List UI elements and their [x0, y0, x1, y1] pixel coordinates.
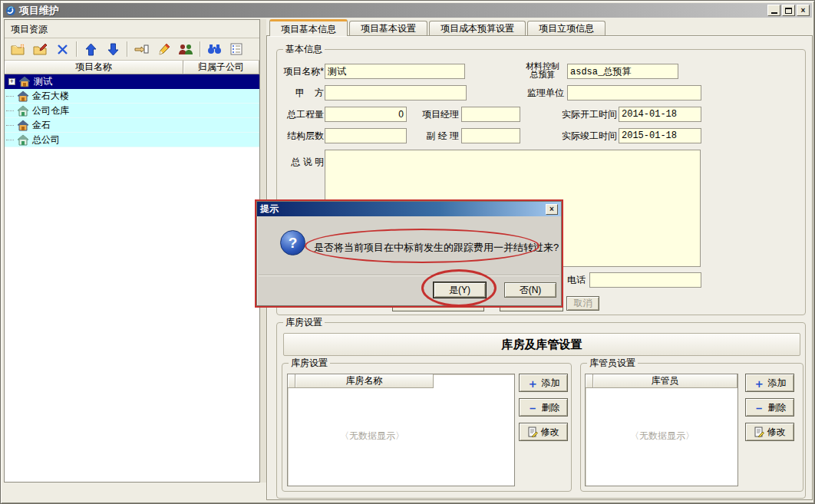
- house-green-icon: [17, 105, 29, 117]
- close-button[interactable]: ×: [797, 5, 810, 16]
- actual-end-input[interactable]: [619, 128, 701, 143]
- toolbar-separator: [127, 41, 127, 57]
- tree-row[interactable]: 金石: [5, 118, 259, 133]
- list-header: 库管员: [586, 374, 737, 388]
- list-header-stub: [586, 374, 593, 388]
- keeper-modify-button[interactable]: 修改: [745, 423, 794, 441]
- yes-button[interactable]: 是(Y): [434, 282, 486, 298]
- tree-row[interactable]: 公司仓库: [5, 104, 259, 118]
- list-header-stub: [288, 374, 295, 388]
- project-name-label: 项目名称*: [282, 64, 324, 79]
- warehouse-modify-button[interactable]: 修改: [519, 423, 568, 441]
- house-orange-icon: [17, 120, 29, 131]
- cancel-button[interactable]: 取消: [566, 296, 599, 311]
- actual-end-label: 实际竣工时间: [556, 128, 617, 143]
- phone-input[interactable]: [589, 272, 701, 288]
- minus-icon: －: [754, 402, 765, 413]
- minimize-button[interactable]: [767, 5, 780, 16]
- warehouse-remove-button[interactable]: －删除: [519, 398, 568, 417]
- dialog-close-icon[interactable]: ×: [546, 204, 558, 215]
- project-tree: + 测试 金石大楼 公司仓库: [5, 74, 259, 147]
- warehouse-list[interactable]: 库房名称 〈无数据显示〉: [287, 374, 515, 486]
- tree-line-stub: [6, 125, 14, 126]
- actual-start-label: 实际开工时间: [556, 107, 617, 122]
- keeper-list[interactable]: 库管员 〈无数据显示〉: [585, 374, 738, 486]
- supervisor-input[interactable]: [567, 85, 701, 100]
- tree-item-label: 总公司: [32, 133, 60, 147]
- tab-project-basic-info[interactable]: 项目基本信息: [269, 19, 348, 36]
- panel-caption: 项目资源: [5, 20, 259, 38]
- tree-item-label: 金石大楼: [32, 90, 69, 103]
- project-manager-input[interactable]: [461, 107, 520, 122]
- tree-toolbar: [5, 38, 259, 61]
- deputy-manager-label: 副 经 理: [419, 128, 459, 143]
- tree-row[interactable]: 金石大楼: [5, 89, 259, 104]
- keeper-add-button[interactable]: ＋添加: [745, 374, 794, 392]
- tree-line-stub: [6, 110, 14, 111]
- warehouse-add-button[interactable]: ＋添加: [519, 374, 568, 392]
- edit-doc-icon: [754, 427, 764, 437]
- warehouse-groupbox: 库房设置 库房及库管设置 库房设置 库房名称 〈无数据显示〉 ＋添加: [276, 322, 806, 499]
- supervisor-label: 监理单位: [521, 85, 564, 100]
- column-header-company[interactable]: 归属子公司: [183, 61, 259, 74]
- delete-icon[interactable]: [54, 41, 71, 58]
- material-budget-input[interactable]: [567, 64, 678, 79]
- move-up-icon[interactable]: [82, 41, 99, 58]
- total-quantity-input[interactable]: [325, 107, 407, 122]
- expand-icon[interactable]: +: [8, 78, 15, 85]
- structure-layers-input[interactable]: [325, 128, 407, 143]
- users-icon[interactable]: [177, 41, 194, 58]
- total-quantity-label: 总工程量: [282, 107, 324, 122]
- toolbar-separator: [76, 41, 77, 57]
- titlebar[interactable]: 项目维护 ×: [3, 3, 812, 18]
- new-folder-icon[interactable]: [9, 41, 26, 58]
- tree-item-label: 公司仓库: [32, 104, 69, 117]
- keeper-remove-button[interactable]: －删除: [745, 398, 794, 417]
- groupbox-legend: 基本信息: [283, 44, 325, 54]
- find-binoculars-icon[interactable]: [206, 41, 223, 58]
- app-icon: [5, 5, 16, 16]
- tree-line-stub: [6, 140, 14, 140]
- actual-start-input[interactable]: [619, 107, 701, 122]
- structure-layers-label: 结构层数: [282, 128, 324, 143]
- move-down-icon[interactable]: [104, 41, 121, 58]
- app-window: 项目维护 × 项目资源: [0, 0, 815, 504]
- project-name-input[interactable]: [325, 64, 465, 79]
- material-budget-label: 材料控制 总预算: [521, 62, 564, 79]
- party-a-input[interactable]: [325, 85, 467, 100]
- tab-project-approval-info[interactable]: 项目立项信息: [527, 21, 605, 36]
- dialog-title: 提示: [260, 203, 546, 216]
- point-hand-icon[interactable]: [133, 41, 150, 58]
- deputy-manager-input[interactable]: [461, 128, 520, 143]
- plus-icon: ＋: [754, 377, 765, 389]
- no-button[interactable]: 否(N): [504, 282, 556, 298]
- no-data-placeholder: 〈无数据显示〉: [303, 430, 441, 443]
- dialog-separator: [259, 275, 559, 276]
- no-data-placeholder: 〈无数据显示〉: [593, 430, 731, 443]
- description-label: 总 说 明: [282, 154, 324, 170]
- minus-icon: －: [527, 402, 539, 413]
- tab-project-basic-settings[interactable]: 项目基本设置: [349, 21, 427, 36]
- tree-row[interactable]: 总公司: [5, 133, 259, 147]
- column-select-icon[interactable]: [228, 41, 245, 58]
- dialog-titlebar[interactable]: 提示 ×: [257, 202, 561, 216]
- keeper-groupbox: 库管员设置 库管员 〈无数据显示〉 ＋添加 －删除: [580, 363, 803, 492]
- list-header: 库房名称: [288, 374, 514, 388]
- edit-doc-icon: [528, 427, 538, 437]
- tree-grid-header: 项目名称 归属子公司: [5, 61, 259, 74]
- keeper-column-header[interactable]: 库管员: [593, 374, 737, 388]
- tab-cost-budget-settings[interactable]: 项目成本预算设置: [429, 21, 526, 36]
- project-resource-panel: 项目资源: [4, 19, 260, 483]
- warehouse-left-groupbox: 库房设置 库房名称 〈无数据显示〉 ＋添加 －删除: [282, 363, 572, 492]
- column-header-project-name[interactable]: 项目名称: [5, 61, 183, 74]
- window-title: 项目维护: [19, 4, 766, 18]
- tree-row-selected[interactable]: + 测试: [5, 74, 259, 89]
- maximize-button[interactable]: [782, 5, 795, 16]
- warehouse-name-column-header[interactable]: 库房名称: [295, 374, 434, 388]
- edit-folder-icon[interactable]: [31, 41, 48, 58]
- groupbox-legend: 库房设置: [283, 317, 325, 328]
- house-green-icon: [17, 134, 29, 146]
- house-orange-icon: [18, 76, 31, 87]
- edit-pencil-icon[interactable]: [155, 41, 172, 58]
- tree-item-label: 测试: [34, 75, 52, 88]
